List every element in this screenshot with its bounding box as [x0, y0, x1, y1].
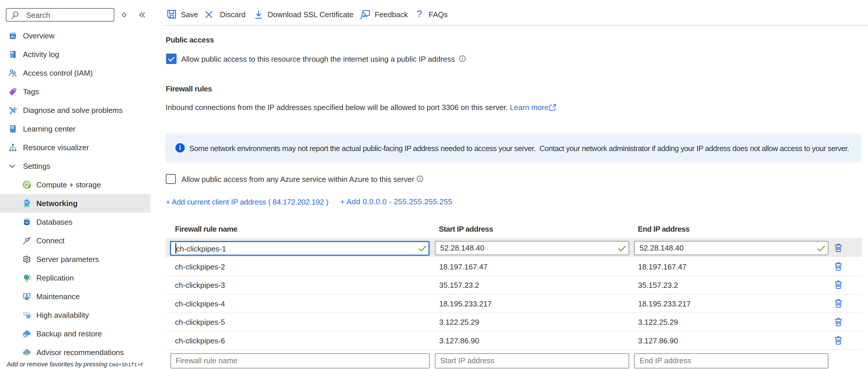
svg-text:101: 101 — [11, 126, 14, 128]
svg-text:$: $ — [26, 183, 28, 187]
svg-text:My: My — [11, 35, 15, 38]
svg-text:DB: DB — [25, 221, 29, 224]
